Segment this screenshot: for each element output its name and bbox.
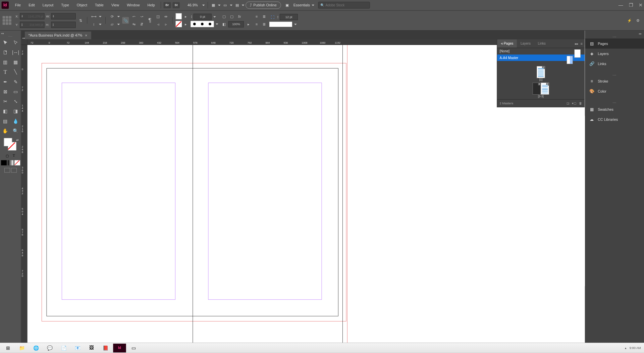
- sidebar-item-swatches[interactable]: ▦Swatches: [585, 104, 644, 114]
- menu-window[interactable]: Window: [123, 2, 143, 9]
- apply-color-icon[interactable]: [1, 160, 7, 165]
- minimize-icon[interactable]: ―: [619, 2, 623, 8]
- master-none[interactable]: [None]: [497, 48, 585, 54]
- screen-mode-icon[interactable]: ▭: [222, 2, 228, 8]
- view-options-icon[interactable]: ▦: [210, 2, 217, 8]
- frame-fit-icon[interactable]: ⛶: [269, 14, 276, 20]
- menu-file[interactable]: File: [11, 2, 24, 9]
- sidebar-item-links[interactable]: 🔗Links: [585, 59, 644, 69]
- publish-online-button[interactable]: ⤴ Publish Online: [246, 2, 281, 9]
- opacity-icon[interactable]: ◧: [221, 21, 227, 28]
- corner-icon[interactable]: ▢: [228, 13, 235, 20]
- pen-tool[interactable]: ✒: [1, 78, 10, 86]
- stroke-menu-icon[interactable]: ▸: [182, 21, 189, 28]
- chevron-down-icon[interactable]: [217, 3, 221, 7]
- scale-x-icon[interactable]: ⟷: [91, 13, 97, 20]
- spread-2-3-thumb[interactable]: B B [2-3]: [533, 83, 549, 98]
- free-transform-tool[interactable]: ⤡: [11, 97, 20, 106]
- align-center-icon[interactable]: ≣: [261, 13, 268, 20]
- reference-point-grid[interactable]: [3, 16, 11, 25]
- menu-layout[interactable]: Layout: [39, 2, 57, 9]
- taskbar-explorer-icon[interactable]: 📁: [15, 344, 29, 352]
- formatting-text-icon[interactable]: T: [11, 153, 17, 159]
- wrapping-icon[interactable]: ▢: [221, 13, 227, 20]
- tab-layers[interactable]: Layers: [517, 40, 534, 48]
- direct-selection-tool[interactable]: [11, 38, 20, 47]
- strip-gripper[interactable]: ▪▪▪▪▪: [585, 74, 644, 77]
- rotate-icon[interactable]: ⟳: [109, 13, 115, 20]
- chevron-down-icon[interactable]: [229, 3, 233, 7]
- prev-object-icon[interactable]: ◃: [155, 21, 161, 28]
- zoom-menu-icon[interactable]: [201, 3, 205, 7]
- taskbar-tray-icon[interactable]: ▴: [625, 346, 627, 350]
- collapse-tabs-icon[interactable]: ◂◂: [21, 37, 25, 39]
- swap-fill-stroke-icon[interactable]: ⇄: [16, 138, 19, 142]
- next-object-icon[interactable]: ▹: [163, 21, 169, 28]
- strip-gripper[interactable]: ▪▪▪▪▪: [585, 102, 644, 104]
- taskbar-ie-icon[interactable]: 🌐: [30, 344, 43, 352]
- panel-menu-icon[interactable]: ≡: [580, 42, 582, 46]
- rotate-ccw-icon[interactable]: ⤺: [130, 13, 137, 20]
- zoom-level[interactable]: 46.9%: [184, 2, 201, 8]
- expand-panel-icon[interactable]: ◂◂: [1, 32, 5, 35]
- gap-tool[interactable]: |↔|: [11, 48, 20, 57]
- align-bottom-icon[interactable]: ≣: [261, 21, 268, 28]
- taskbar-indesign-icon[interactable]: Id: [113, 344, 126, 352]
- tab-pages[interactable]: Pages: [497, 40, 517, 48]
- type-tool[interactable]: T: [1, 68, 10, 77]
- fill-stroke-proxy[interactable]: ⇄: [4, 138, 17, 151]
- chevron-down-icon[interactable]: [241, 3, 245, 7]
- shear-icon[interactable]: ▱: [109, 21, 115, 28]
- menu-type[interactable]: Type: [58, 2, 73, 9]
- gradient-swatch-tool[interactable]: ◧: [1, 107, 10, 116]
- close-icon[interactable]: ✕: [639, 2, 643, 8]
- taskbar-app-icon[interactable]: 📧: [71, 344, 85, 352]
- apply-gradient-icon[interactable]: [8, 160, 13, 165]
- apply-none-icon[interactable]: [14, 160, 20, 165]
- taskbar-app-icon[interactable]: 💬: [43, 344, 56, 352]
- fill-swatch[interactable]: [176, 13, 182, 19]
- master-a4[interactable]: A-A4 Master: [497, 54, 585, 61]
- fill-menu-icon[interactable]: ▸: [182, 13, 189, 20]
- collapse-panel-icon[interactable]: ▸▸: [575, 42, 579, 46]
- fx-icon[interactable]: fx: [236, 13, 243, 20]
- y-input[interactable]: ▲▼216.945 pt: [20, 21, 44, 28]
- sidebar-item-pages[interactable]: ▤Pages: [585, 39, 644, 49]
- clip-icon[interactable]: 📎: [122, 17, 129, 24]
- selection-tool[interactable]: [1, 38, 10, 47]
- gradient-feather-tool[interactable]: ◨: [11, 107, 20, 116]
- select-content-icon[interactable]: ⇔: [163, 13, 169, 20]
- sidebar-item-layers[interactable]: ◈Layers: [585, 49, 644, 59]
- quick-apply-icon[interactable]: ⚡: [626, 17, 633, 24]
- flip-v-icon[interactable]: ⇵: [138, 21, 145, 28]
- chevron-down-icon[interactable]: [213, 15, 217, 19]
- leading-input[interactable]: 12 pt: [280, 14, 298, 20]
- note-tool[interactable]: ▤: [1, 117, 10, 125]
- ruler-corner[interactable]: [21, 39, 27, 45]
- menu-table[interactable]: Table: [91, 2, 107, 9]
- sidebar-item-color[interactable]: 🎨Color: [585, 86, 644, 96]
- start-button[interactable]: ⊞: [2, 344, 15, 352]
- scale-y-icon[interactable]: ↕: [91, 21, 97, 28]
- stock-search-input[interactable]: 🔍 Adobe Stock: [318, 2, 370, 8]
- restore-icon[interactable]: ❐: [629, 2, 633, 8]
- expand-panels-icon[interactable]: ▸▸: [637, 32, 644, 36]
- chevron-down-icon[interactable]: [98, 14, 102, 18]
- chevron-down-icon[interactable]: [215, 22, 219, 26]
- sidebar-item-stroke[interactable]: ≡Stroke: [585, 77, 644, 86]
- taskbar-app-icon[interactable]: 📄: [57, 344, 70, 352]
- new-page-icon[interactable]: ▾▢: [572, 101, 576, 105]
- x-input[interactable]: ▲▼1141.276 pt: [20, 13, 45, 19]
- rectangle-tool[interactable]: ▭: [11, 87, 20, 96]
- menu-help[interactable]: Help: [144, 2, 159, 9]
- hand-tool[interactable]: ✋: [1, 127, 10, 135]
- stroke-swatch[interactable]: [176, 21, 182, 27]
- align-top-icon[interactable]: ≡: [253, 21, 260, 28]
- select-container-icon[interactable]: ◫: [155, 13, 161, 20]
- opacity-menu-icon[interactable]: ▸: [245, 21, 252, 28]
- chevron-down-icon[interactable]: [117, 22, 121, 26]
- paragraph-icon[interactable]: ¶: [147, 17, 153, 24]
- zoom-tool[interactable]: 🔍: [11, 127, 20, 135]
- line-tool[interactable]: ╲: [11, 68, 20, 77]
- close-tab-icon[interactable]: ✕: [85, 34, 88, 37]
